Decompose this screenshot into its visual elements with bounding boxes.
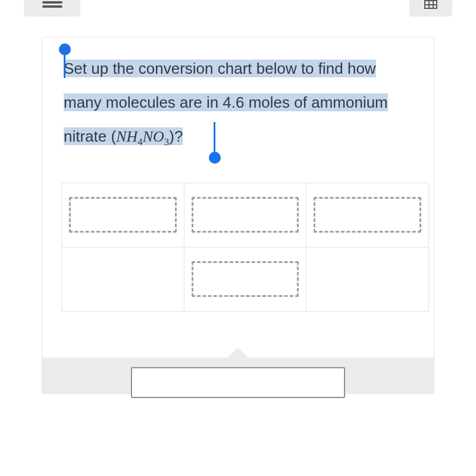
dropzone[interactable] bbox=[69, 197, 177, 233]
dropzone[interactable] bbox=[192, 197, 299, 233]
answer-tile[interactable] bbox=[131, 367, 345, 398]
header-bar: 8 of 21 02:40 / 01:30:00 bbox=[0, 0, 476, 14]
formula-O: O bbox=[153, 128, 164, 145]
dropzone[interactable] bbox=[192, 261, 299, 297]
menu-button[interactable] bbox=[24, 0, 80, 17]
hamburger-icon bbox=[42, 0, 62, 8]
table-row bbox=[62, 247, 429, 311]
formula-N2: N bbox=[143, 128, 153, 145]
table-cell bbox=[184, 183, 306, 247]
selection-end-bar bbox=[214, 122, 215, 153]
answer-tray bbox=[42, 358, 434, 393]
question-text-block[interactable]: Set up the conversion chart below to fin… bbox=[42, 52, 434, 154]
table-row bbox=[62, 183, 429, 247]
grid-button[interactable] bbox=[409, 0, 452, 17]
line3-post: )? bbox=[169, 127, 183, 145]
selection-start-bar bbox=[64, 54, 65, 78]
question-line-1: Set up the conversion chart below to fin… bbox=[64, 60, 376, 77]
header-center: 8 of 21 02:40 / 01:30:00 bbox=[162, 0, 328, 3]
table-cell bbox=[62, 183, 184, 247]
formula-sub4: 4 bbox=[137, 137, 142, 148]
tray-notch-icon bbox=[227, 348, 249, 358]
grid-icon bbox=[424, 0, 437, 9]
selection-end-handle-icon[interactable] bbox=[209, 152, 221, 164]
conversion-table bbox=[61, 183, 429, 312]
progress-text: 8 of 21 bbox=[162, 0, 205, 3]
dropzone[interactable] bbox=[314, 197, 421, 233]
question-card: Set up the conversion chart below to fin… bbox=[42, 37, 434, 394]
timer-text: 02:40 / 01:30:00 bbox=[228, 0, 327, 3]
question-line-2: many molecules are in 4.6 moles of ammon… bbox=[64, 93, 388, 111]
table-cell bbox=[306, 183, 429, 247]
table-cell bbox=[306, 247, 429, 311]
formula-H: H bbox=[127, 128, 138, 145]
table-cell bbox=[62, 247, 184, 311]
question-line-3: nitrate (NH4NO3)? bbox=[64, 120, 412, 154]
selection-start-handle-icon[interactable] bbox=[59, 43, 71, 55]
line3-pre: nitrate ( bbox=[64, 127, 116, 145]
table-cell bbox=[184, 247, 306, 311]
formula-N1: N bbox=[116, 128, 126, 145]
